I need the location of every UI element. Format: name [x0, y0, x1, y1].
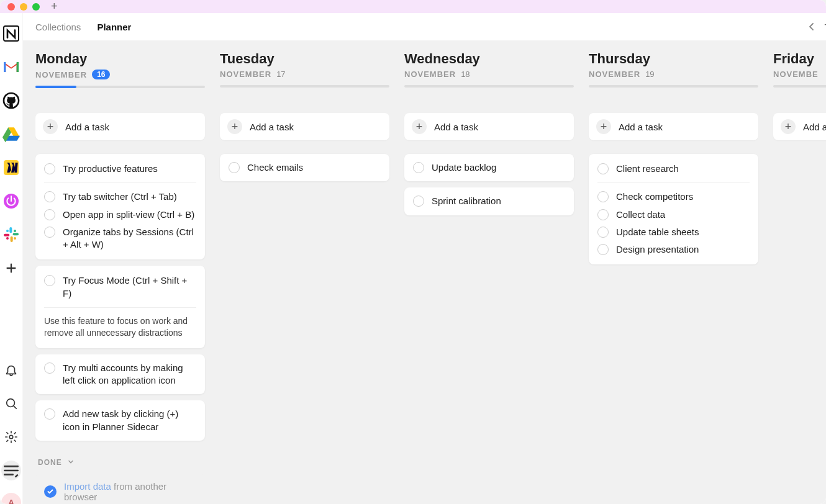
- add-task-label: Add a task: [619, 122, 663, 132]
- task-card[interactable]: Try Focus Mode (Ctrl + Shift + F)Use thi…: [35, 266, 205, 348]
- subtask-title: Organize tabs by Sessions (Ctrl + Alt + …: [63, 226, 196, 251]
- window-controls: [7, 3, 40, 11]
- task-checkbox[interactable]: [44, 408, 55, 420]
- add-task-label: Add a task: [803, 122, 826, 132]
- subtask-checkbox[interactable]: [597, 191, 609, 202]
- task-checkbox[interactable]: [44, 275, 55, 286]
- task-card[interactable]: Check emails: [220, 154, 389, 181]
- task-title: Update backlog: [432, 161, 496, 174]
- menu-icon[interactable]: [0, 459, 22, 482]
- add-task-button[interactable]: +Add a task: [773, 113, 826, 140]
- day-name: Thursday: [589, 51, 758, 67]
- slack-icon[interactable]: [0, 223, 22, 246]
- google-drive-icon[interactable]: [0, 123, 22, 145]
- subtask-title: Collect data: [616, 209, 665, 221]
- day-progress: [404, 85, 574, 88]
- day-subtitle: NOVEMBER16: [35, 70, 205, 79]
- day-subtitle: NOVEMBER19: [589, 70, 758, 79]
- subtask-checkbox[interactable]: [597, 209, 609, 220]
- day-subtitle: NOVEMBER17: [220, 70, 389, 79]
- add-task-button[interactable]: +Add a task: [220, 113, 389, 140]
- prev-icon[interactable]: [809, 22, 815, 31]
- task-checkbox[interactable]: [413, 196, 424, 207]
- svg-point-11: [6, 237, 9, 240]
- app-sidebar: A: [0, 13, 23, 504]
- sidebar-add-app[interactable]: [0, 257, 22, 279]
- task-card[interactable]: Add new task by clicking (+) icon in Pla…: [35, 400, 205, 441]
- miro-icon[interactable]: [0, 156, 22, 179]
- settings-icon[interactable]: [0, 426, 22, 448]
- task-title: Sprint calibration: [432, 195, 501, 207]
- svg-rect-6: [11, 236, 13, 242]
- day-progress: [35, 86, 205, 88]
- subtask-title: Check competitors: [616, 191, 693, 203]
- avatar[interactable]: A: [1, 493, 21, 504]
- task-card[interactable]: Update backlog: [404, 154, 574, 181]
- subtask-checkbox[interactable]: [44, 227, 55, 238]
- checkmark-icon[interactable]: [44, 485, 57, 498]
- board: MondayNOVEMBER16TuesdayNOVEMBER17Wednesd…: [23, 41, 826, 504]
- subtask-checkbox[interactable]: [44, 209, 55, 220]
- done-section-toggle[interactable]: DONE: [35, 458, 205, 467]
- subtask-title: Open app in split-view (Ctrl + B): [63, 209, 194, 221]
- day-progress: [589, 85, 758, 88]
- day-subtitle: NOVEMBER18: [404, 70, 574, 79]
- task-checkbox[interactable]: [44, 362, 55, 374]
- day-name: Wednesday: [404, 51, 574, 67]
- add-task-button[interactable]: +Add a task: [35, 113, 205, 140]
- plus-icon: +: [781, 119, 796, 134]
- svg-point-10: [14, 237, 16, 240]
- gmail-icon[interactable]: [0, 56, 22, 78]
- day-subtitle: NOVEMBE: [773, 70, 826, 79]
- tab-planner[interactable]: Planner: [97, 22, 131, 32]
- search-icon[interactable]: [0, 392, 22, 415]
- subtask-checkbox[interactable]: [44, 191, 55, 202]
- notion-icon[interactable]: [0, 22, 22, 45]
- task-title: Client research: [616, 163, 679, 175]
- plus-icon: +: [412, 119, 427, 134]
- add-task-button[interactable]: +Add a task: [589, 113, 758, 140]
- task-checkbox[interactable]: [44, 163, 55, 174]
- task-card[interactable]: Try productive featuresTry tab switcher …: [35, 154, 205, 259]
- add-task-button[interactable]: +Add a task: [404, 113, 574, 140]
- subtask-title: Update table sheets: [616, 226, 699, 238]
- task-title: Add new task by clicking (+) icon in Pla…: [63, 408, 196, 433]
- notifications-icon[interactable]: [0, 359, 22, 381]
- subtask-title: Try tab switcher (Ctrl + Tab): [63, 191, 177, 203]
- day-progress: [220, 85, 389, 88]
- power-icon[interactable]: [0, 190, 22, 212]
- svg-rect-7: [4, 234, 9, 236]
- subtask-title: Design presentation: [616, 243, 699, 256]
- subtask-checkbox[interactable]: [597, 244, 609, 255]
- task-card[interactable]: Client researchCheck competitorsCollect …: [589, 154, 758, 264]
- task-title: Try Focus Mode (Ctrl + Shift + F): [63, 274, 196, 300]
- task-description: Use this feature to focus on work and re…: [44, 315, 196, 340]
- task-checkbox[interactable]: [229, 162, 240, 173]
- svg-rect-5: [13, 233, 19, 235]
- subtask-checkbox[interactable]: [597, 227, 609, 238]
- task-checkbox[interactable]: [413, 162, 424, 173]
- maximize-window[interactable]: [32, 3, 40, 11]
- plus-icon: +: [596, 119, 611, 134]
- task-title: Check emails: [247, 161, 303, 174]
- svg-rect-4: [9, 227, 12, 233]
- task-card[interactable]: Try multi accounts by making left click …: [35, 354, 205, 395]
- day-name: Friday: [773, 51, 826, 67]
- add-task-label: Add a task: [65, 122, 109, 132]
- minimize-window[interactable]: [20, 3, 27, 11]
- github-icon[interactable]: [0, 89, 22, 112]
- task-title: Try productive features: [63, 163, 158, 175]
- task-card[interactable]: Sprint calibration: [404, 187, 574, 215]
- day-progress: [773, 85, 826, 88]
- plus-icon: +: [227, 119, 242, 134]
- task-title: Try multi accounts by making left click …: [63, 362, 196, 387]
- done-task[interactable]: Import data from another browser: [35, 474, 205, 504]
- close-window[interactable]: [7, 3, 15, 11]
- plus-icon: +: [43, 119, 58, 134]
- task-checkbox[interactable]: [597, 163, 609, 174]
- tab-collections[interactable]: Collections: [35, 22, 81, 32]
- svg-point-13: [9, 435, 13, 439]
- svg-point-9: [14, 230, 16, 232]
- titlebar-add-tab[interactable]: +: [51, 0, 58, 13]
- done-task-title: Import data from another browser: [64, 481, 196, 502]
